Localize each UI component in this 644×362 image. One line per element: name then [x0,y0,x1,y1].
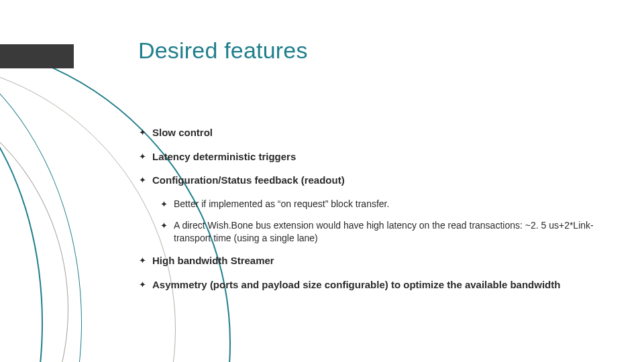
list-item: ✦ Slow control [138,126,608,139]
diamond-bullet-icon: ✦ [138,127,146,139]
list-subitem-text: A direct Wish.Bone bus extension would h… [174,219,608,245]
list-item: ✦ Latency deterministic triggers [138,150,608,164]
diamond-bullet-icon: ✦ [160,198,168,210]
diamond-bullet-icon: ✦ [138,279,146,291]
decorative-bar [0,44,74,68]
slide-body: ✦ Slow control ✦ Latency deterministic t… [138,126,608,302]
list-item: ✦ Configuration/Status feedback (readout… [138,174,608,187]
list-subitem: ✦ Better if implemented as “on request” … [160,198,608,210]
list-subitem-text: Better if implemented as “on request” bl… [174,198,608,210]
slide-title: Desired features [138,38,308,64]
diamond-bullet-icon: ✦ [138,174,146,186]
list-item: ✦ High bandwidth Streamer [138,254,608,267]
list-item-text: High bandwidth Streamer [152,254,608,267]
list-item-text: Latency deterministic triggers [152,150,608,164]
list-item-text: Asymmetry (ports and payload size config… [152,278,608,292]
diamond-bullet-icon: ✦ [138,255,146,267]
diamond-bullet-icon: ✦ [160,220,168,232]
list-item: ✦ Asymmetry (ports and payload size conf… [138,278,608,292]
list-item-text: Slow control [152,126,608,139]
diamond-bullet-icon: ✦ [138,151,146,163]
list-subitem: ✦ A direct Wish.Bone bus extension would… [160,219,608,245]
list-item-text: Configuration/Status feedback (readout) [152,174,608,187]
